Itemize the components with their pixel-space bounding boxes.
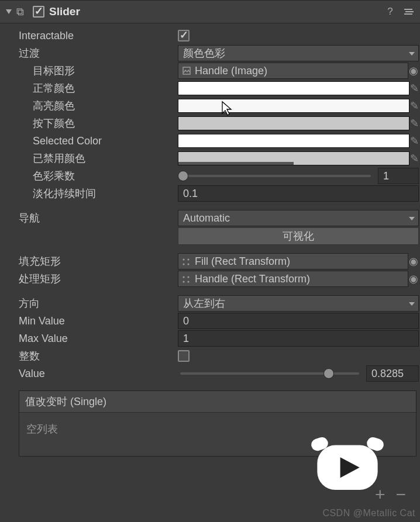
image-icon bbox=[182, 66, 191, 75]
value-input[interactable]: 0.8285 bbox=[366, 365, 419, 382]
label-direction: 方向 bbox=[19, 296, 178, 310]
selected-color-field[interactable] bbox=[178, 134, 409, 148]
interactable-checkbox[interactable] bbox=[178, 30, 190, 42]
row-value: Value 0.8285 bbox=[0, 365, 420, 382]
row-navigation: 导航 Automatic bbox=[0, 209, 420, 227]
label-value: Value bbox=[19, 368, 178, 380]
row-visualize: 可视化 bbox=[0, 227, 420, 246]
svg-rect-5 bbox=[412, 11, 414, 12]
eyedropper-icon[interactable]: ✎ bbox=[409, 99, 419, 112]
svg-rect-1 bbox=[405, 9, 412, 10]
row-fade-duration: 淡化持续时间 0.1 bbox=[0, 185, 420, 202]
eyedropper-icon[interactable]: ✎ bbox=[409, 117, 419, 130]
highlight-color-field[interactable] bbox=[178, 99, 409, 113]
rect-transform-icon bbox=[182, 257, 191, 266]
label-selected-color: Selected Color bbox=[33, 135, 178, 147]
svg-point-10 bbox=[183, 263, 184, 265]
object-picker-icon[interactable]: ◉ bbox=[408, 64, 419, 77]
row-color-multiplier: 色彩乘数 1 bbox=[0, 167, 420, 185]
component-enable-checkbox[interactable] bbox=[33, 6, 44, 18]
label-normal-color: 正常颜色 bbox=[33, 81, 178, 95]
svg-rect-6 bbox=[404, 13, 405, 15]
visualize-button[interactable]: 可视化 bbox=[178, 227, 419, 245]
handle-rect-field[interactable]: Handle (Rect Transform) bbox=[178, 271, 408, 287]
row-pressed-color: 按下颜色 ✎ bbox=[0, 115, 420, 132]
whole-numbers-checkbox[interactable] bbox=[178, 350, 190, 362]
fill-rect-field[interactable]: Fill (Rect Transform) bbox=[178, 253, 408, 269]
eyedropper-icon[interactable]: ✎ bbox=[409, 134, 419, 147]
value-slider[interactable] bbox=[180, 372, 359, 375]
preset-icon[interactable] bbox=[402, 5, 415, 18]
label-target-graphic: 目标图形 bbox=[33, 64, 178, 78]
row-highlight-color: 高亮颜色 ✎ bbox=[0, 97, 420, 115]
label-transition: 过渡 bbox=[19, 46, 178, 60]
direction-dropdown[interactable]: 从左到右 bbox=[178, 295, 419, 312]
object-picker-icon[interactable]: ◉ bbox=[408, 272, 419, 285]
transition-dropdown[interactable]: 颜色色彩 bbox=[178, 45, 419, 61]
svg-marker-0 bbox=[6, 9, 12, 14]
row-normal-color: 正常颜色 ✎ bbox=[0, 79, 420, 97]
row-transition: 过渡 颜色色彩 bbox=[0, 44, 420, 62]
svg-rect-3 bbox=[405, 13, 412, 15]
label-pressed-color: 按下颜色 bbox=[33, 116, 178, 130]
min-value-input[interactable]: 0 bbox=[178, 313, 419, 329]
row-handle-rect: 处理矩形 Handle (Rect Transform) ◉ bbox=[0, 270, 420, 288]
row-min-value: Min Value 0 bbox=[0, 312, 420, 330]
svg-point-15 bbox=[187, 281, 189, 282]
row-direction: 方向 从左到右 bbox=[0, 295, 420, 312]
row-interactable: Interactable bbox=[0, 27, 420, 44]
label-fade-duration: 淡化持续时间 bbox=[33, 186, 178, 200]
component-body: Interactable 过渡 颜色色彩 目标图形 Handle (Image)… bbox=[0, 23, 420, 457]
disabled-color-field[interactable] bbox=[178, 151, 409, 165]
label-navigation: 导航 bbox=[19, 211, 178, 225]
watermark-text: CSDN @Metallic Cat bbox=[322, 508, 415, 518]
row-target-graphic: 目标图形 Handle (Image) ◉ bbox=[0, 62, 420, 79]
eyedropper-icon[interactable]: ✎ bbox=[409, 152, 419, 165]
normal-color-field[interactable] bbox=[178, 81, 409, 95]
max-value-input[interactable]: 1 bbox=[178, 330, 419, 347]
event-header: 值改变时 (Single) bbox=[19, 391, 416, 413]
script-icon: ⧉ bbox=[16, 6, 28, 18]
svg-point-14 bbox=[183, 281, 184, 282]
color-multiplier-slider[interactable] bbox=[180, 175, 371, 177]
component-title: Slider bbox=[49, 5, 384, 18]
svg-point-12 bbox=[183, 276, 184, 278]
label-fill-rect: 填充矩形 bbox=[19, 254, 178, 268]
label-max-value: Max Value bbox=[19, 333, 178, 345]
svg-point-8 bbox=[183, 258, 184, 260]
inspector-panel: ⧉ Slider ? Interactable 过渡 颜色色彩 目标图形 bbox=[0, 0, 420, 522]
row-selected-color: Selected Color ✎ bbox=[0, 132, 420, 150]
label-color-multiplier: 色彩乘数 bbox=[33, 169, 178, 183]
object-picker-icon[interactable]: ◉ bbox=[408, 255, 419, 268]
label-min-value: Min Value bbox=[19, 315, 178, 327]
row-disabled-color: 已禁用颜色 ✎ bbox=[0, 150, 420, 167]
fade-duration-input[interactable]: 0.1 bbox=[178, 185, 419, 202]
row-whole-numbers: 整数 bbox=[0, 347, 420, 365]
svg-point-13 bbox=[187, 276, 189, 278]
svg-point-9 bbox=[187, 258, 189, 260]
svg-point-11 bbox=[187, 263, 189, 265]
row-fill-rect: 填充矩形 Fill (Rect Transform) ◉ bbox=[0, 253, 420, 270]
color-multiplier-value[interactable]: 1 bbox=[378, 168, 419, 184]
label-whole-numbers: 整数 bbox=[19, 349, 178, 363]
play-logo-icon bbox=[311, 434, 384, 499]
eyedropper-icon[interactable]: ✎ bbox=[409, 82, 419, 95]
svg-rect-4 bbox=[404, 9, 405, 10]
remove-event-button[interactable]: − bbox=[395, 485, 406, 504]
rect-transform-icon bbox=[182, 274, 191, 284]
label-handle-rect: 处理矩形 bbox=[19, 272, 178, 286]
foldout-arrow-icon[interactable] bbox=[5, 8, 13, 16]
row-max-value: Max Value 1 bbox=[0, 330, 420, 347]
label-disabled-color: 已禁用颜色 bbox=[33, 151, 178, 165]
target-graphic-field[interactable]: Handle (Image) bbox=[178, 63, 408, 79]
help-icon[interactable]: ? bbox=[384, 5, 397, 18]
component-header: ⧉ Slider ? bbox=[0, 0, 420, 23]
svg-rect-2 bbox=[405, 11, 412, 12]
label-interactable: Interactable bbox=[19, 30, 178, 42]
navigation-dropdown[interactable]: Automatic bbox=[178, 210, 419, 226]
label-highlight-color: 高亮颜色 bbox=[33, 99, 178, 113]
pressed-color-field[interactable] bbox=[178, 116, 409, 130]
